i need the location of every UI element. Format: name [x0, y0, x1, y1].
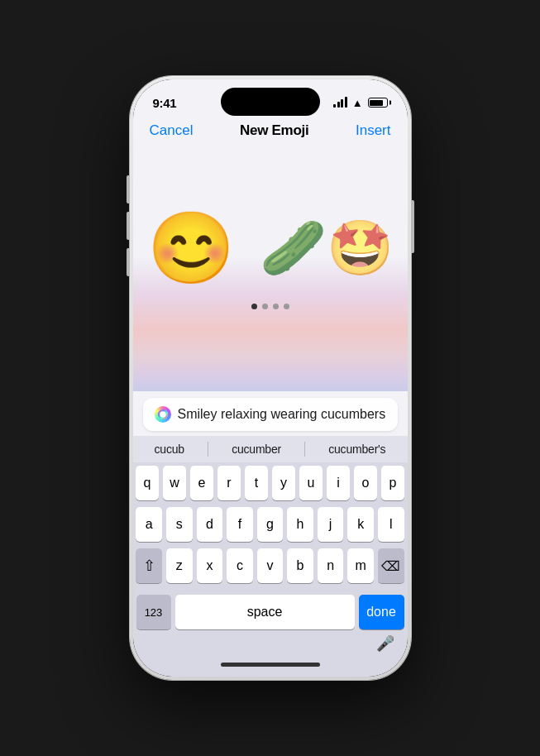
cancel-button[interactable]: Cancel: [150, 122, 194, 139]
page-dots: [251, 304, 289, 309]
search-bar[interactable]: Smiley relaxing wearing cucumbers: [143, 398, 398, 431]
key-b[interactable]: b: [287, 548, 313, 583]
key-s[interactable]: s: [166, 507, 193, 542]
dot-1: [251, 304, 257, 309]
key-t[interactable]: t: [245, 466, 268, 500]
mic-area: 🎤: [133, 634, 408, 656]
home-indicator-area: [133, 656, 408, 677]
key-n[interactable]: n: [318, 548, 344, 583]
key-q[interactable]: q: [136, 466, 159, 500]
primary-emoji[interactable]: 😊: [147, 213, 235, 283]
autocomplete-divider-1: [208, 442, 208, 457]
key-p[interactable]: p: [381, 466, 404, 500]
dot-3: [273, 304, 279, 309]
dot-2: [262, 304, 268, 309]
home-indicator: [221, 663, 320, 667]
key-g[interactable]: g: [257, 507, 284, 542]
autocomplete-word-1[interactable]: cucub: [148, 440, 191, 458]
key-f[interactable]: f: [227, 507, 253, 542]
key-l[interactable]: l: [378, 507, 404, 542]
key-shift[interactable]: ⇧: [136, 548, 162, 583]
key-done-button[interactable]: done: [359, 595, 404, 629]
dot-4: [284, 304, 289, 309]
key-r[interactable]: r: [217, 466, 241, 500]
key-a[interactable]: a: [136, 507, 162, 542]
keyboard-area: Smiley relaxing wearing cucumbers cucub …: [133, 391, 408, 677]
key-i[interactable]: i: [327, 466, 350, 500]
phone-inner: 9:41 ▲ Cancel New Emoji: [133, 79, 408, 677]
secondary-emoji[interactable]: 🥒🤩: [260, 221, 394, 275]
key-c[interactable]: c: [227, 548, 253, 583]
key-space-button[interactable]: space: [175, 595, 355, 629]
key-x[interactable]: x: [197, 548, 223, 583]
autocomplete-divider-2: [304, 442, 305, 457]
wifi-icon: ▲: [352, 97, 363, 109]
key-j[interactable]: j: [318, 507, 344, 542]
key-row-3: ⇧ z x c v b n m ⌫: [136, 548, 404, 583]
nav-bar: Cancel New Emoji Insert: [133, 116, 408, 147]
status-time: 9:41: [153, 96, 177, 110]
key-d[interactable]: d: [197, 507, 223, 542]
nav-title: New Emoji: [240, 122, 308, 139]
autocomplete-word-2[interactable]: cucumber: [225, 440, 288, 458]
key-m[interactable]: m: [347, 548, 374, 583]
status-icons: ▲: [333, 97, 387, 109]
search-input-text[interactable]: Smiley relaxing wearing cucumbers: [178, 407, 386, 422]
apple-intelligence-icon: [155, 406, 171, 423]
emoji-row: 😊 🥒🤩: [147, 213, 394, 283]
autocomplete-word-3[interactable]: cucumber's: [322, 440, 392, 458]
key-o[interactable]: o: [354, 466, 377, 500]
key-backspace[interactable]: ⌫: [378, 548, 404, 583]
dynamic-island: [221, 88, 320, 116]
microphone-icon[interactable]: 🎤: [376, 634, 394, 653]
svg-point-0: [159, 410, 167, 419]
key-v[interactable]: v: [257, 548, 284, 583]
battery-icon: [368, 98, 388, 108]
key-e[interactable]: e: [190, 466, 213, 500]
autocomplete-bar: cucub cucumber cucumber's: [133, 436, 408, 462]
key-w[interactable]: w: [163, 466, 186, 500]
phone-frame: 9:41 ▲ Cancel New Emoji: [130, 76, 411, 680]
key-row-1: q w e r t y u i o p: [136, 466, 404, 500]
key-u[interactable]: u: [299, 466, 323, 500]
bottom-bar: 123 space done: [133, 591, 408, 634]
keyboard: q w e r t y u i o p a s: [133, 462, 408, 591]
signal-icon: [333, 98, 347, 108]
key-row-2: a s d f g h j k l: [136, 507, 404, 542]
insert-button[interactable]: Insert: [356, 122, 391, 139]
key-z[interactable]: z: [166, 548, 193, 583]
key-123-button[interactable]: 123: [136, 595, 171, 629]
key-h[interactable]: h: [287, 507, 313, 542]
key-k[interactable]: k: [347, 507, 374, 542]
key-y[interactable]: y: [272, 466, 295, 500]
screen: 9:41 ▲ Cancel New Emoji: [133, 79, 408, 677]
emoji-preview-area: 😊 🥒🤩: [133, 147, 408, 391]
